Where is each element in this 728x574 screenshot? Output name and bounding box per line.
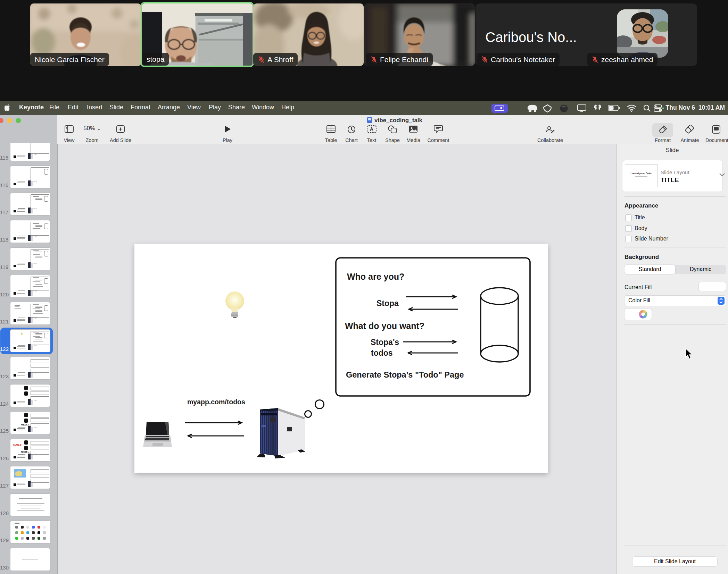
svg-text:Generate Stopa's "Todo" Page: Generate Stopa's "Todo" Page bbox=[346, 370, 464, 379]
svg-text:myapp.com/todos: myapp.com/todos bbox=[187, 398, 245, 406]
svg-text:todos: todos bbox=[371, 348, 393, 357]
svg-text:Stopa's: Stopa's bbox=[371, 338, 399, 347]
svg-text:Who are you?: Who are you? bbox=[347, 272, 404, 281]
svg-text:Stopa: Stopa bbox=[377, 299, 399, 308]
svg-text:What do you want?: What do you want? bbox=[345, 321, 424, 331]
